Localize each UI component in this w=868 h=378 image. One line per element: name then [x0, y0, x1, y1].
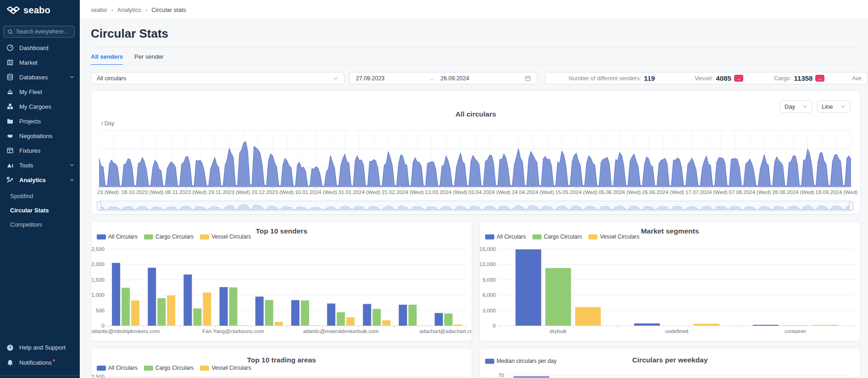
bar-cargo-circulars-8[interactable] — [409, 305, 417, 326]
date-end-value[interactable]: 26.09.2024 — [441, 75, 470, 82]
bar-all-circulars-0[interactable] — [515, 250, 541, 326]
help-icon: ? — [6, 344, 14, 351]
sidebar-item-label: Dashboard — [19, 44, 49, 51]
bar-vessel-circulars-8[interactable] — [418, 326, 426, 326]
stat-vessel-value: 4085 — [716, 74, 731, 82]
bar-vessel-circulars-9[interactable] — [454, 324, 462, 326]
x-axis-label: 26.06.2024 (Wed) — [642, 189, 684, 195]
circular-type-select[interactable]: All circulars — [91, 72, 344, 84]
bar-all-circulars-1[interactable] — [634, 323, 660, 326]
breadcrumb-separator-icon: › — [145, 6, 147, 13]
sidebar-item-negotiations[interactable]: Negotiations — [0, 128, 80, 143]
bar-vessel-circulars-7[interactable] — [382, 320, 391, 326]
sidebar-divider — [0, 375, 80, 376]
sidebar-item-help-and-support[interactable]: ?Help and Support — [0, 340, 80, 355]
sidebar-item-tools[interactable]: Tools — [0, 158, 80, 172]
bar-cargo-circulars-7[interactable] — [373, 309, 381, 326]
dashboard-icon — [6, 44, 14, 51]
x-axis-label: drybulk — [550, 328, 567, 334]
title-divider — [91, 47, 861, 48]
bar-cargo-circulars-9[interactable] — [444, 313, 453, 326]
datazoom-handle-right[interactable] — [849, 202, 853, 210]
chevron-down-icon — [70, 163, 74, 167]
sidebar-item-label: Tools — [19, 162, 33, 169]
x-axis-label: 10.01.2024 (Wed) — [295, 189, 337, 195]
bar-all-circulars-4[interactable] — [255, 297, 264, 326]
search-placeholder: Search everywhere... — [16, 28, 68, 35]
x-axis-label: 08.11.2023 (Wed) — [165, 189, 207, 195]
x-axis-label: 15.05.2024 (Wed) — [555, 189, 597, 195]
app-logo[interactable]: seabo — [6, 4, 50, 17]
breadcrumb-analytics[interactable]: Analytics — [117, 6, 141, 13]
stat-cargo-value: 11358 — [794, 74, 813, 82]
datazoom-handle-left[interactable] — [97, 202, 101, 210]
sidebar: seabo Search everywhere... DashboardMark… — [0, 0, 80, 378]
bar-median-circulars-0[interactable] — [514, 377, 549, 378]
bar-vessel-circulars-1[interactable] — [694, 324, 719, 326]
x-axis-label: Fan.Yang@clarksons.com — [203, 328, 264, 334]
bar-vessel-circulars-2[interactable] — [813, 325, 838, 326]
tab-all-senders[interactable]: All senders — [91, 53, 123, 65]
bell-icon — [6, 359, 14, 367]
sidebar-item-my-fleet[interactable]: My Fleet — [0, 84, 80, 99]
x-axis-label: 20.12.2023 (Wed) — [252, 189, 294, 195]
sidebar-item-label: Help and Support — [19, 344, 66, 351]
bar-vessel-circulars-3[interactable] — [239, 325, 247, 326]
x-axis-label: 23 (Wed) — [97, 189, 119, 195]
sidebar-subitem-circular-stats[interactable]: Circular Stats — [0, 203, 80, 217]
tab-per-sender[interactable]: Per sender — [134, 53, 164, 65]
date-range-picker[interactable]: 27.09.2023 → 26.09.2024 — [349, 72, 537, 84]
bar-vessel-circulars-5[interactable] — [310, 325, 319, 326]
bar-all-circulars-5[interactable] — [291, 300, 299, 326]
date-start-value[interactable]: 27.09.2023 — [356, 75, 385, 82]
bar-vessel-circulars-6[interactable] — [346, 317, 354, 326]
bar-all-circulars-2[interactable] — [184, 274, 192, 326]
bar-all-circulars-2[interactable] — [753, 325, 779, 326]
bar-vessel-circulars-2[interactable] — [203, 293, 211, 326]
bar-cargo-circulars-5[interactable] — [301, 300, 309, 326]
bar-all-circulars-9[interactable] — [435, 313, 443, 326]
sidebar-item-dashboard[interactable]: Dashboard — [0, 40, 80, 55]
top-trading-areas-chart-card: Top 10 trading areas All CircularsCargo … — [91, 348, 472, 378]
bar-cargo-circulars-1[interactable] — [157, 298, 166, 326]
bar-vessel-circulars-4[interactable] — [275, 322, 283, 326]
sidebar-item-fixtures[interactable]: Fixtures — [0, 143, 80, 158]
fixtures-icon — [6, 147, 14, 154]
sidebar-item-projects[interactable]: Projects — [0, 114, 80, 128]
breadcrumb-seabo[interactable]: seabo — [91, 6, 107, 13]
bar-all-circulars-6[interactable] — [327, 304, 335, 326]
bar-cargo-circulars-3[interactable] — [229, 288, 238, 326]
sidebar-subitem-spotifind[interactable]: Spotifind — [0, 189, 80, 203]
bar-all-circulars-7[interactable] — [363, 304, 371, 326]
sidebar-item-databases[interactable]: Databases — [0, 70, 80, 84]
bar-cargo-circulars-0[interactable] — [122, 288, 130, 326]
bar-cargo-circulars-6[interactable] — [337, 312, 345, 326]
bar-all-circulars-1[interactable] — [148, 268, 156, 326]
tab-bar: All senders Per sender — [91, 53, 164, 65]
sidebar-item-notifications[interactable]: Notifications — [0, 355, 80, 370]
datazoom-slider[interactable] — [97, 201, 853, 211]
bar-cargo-circulars-4[interactable] — [265, 300, 273, 326]
database-icon — [6, 73, 14, 81]
sidebar-search-input[interactable]: Search everywhere... — [3, 26, 75, 38]
bar-cargo-circulars-0[interactable] — [545, 268, 571, 326]
cargo-link-arrow-icon[interactable]: → — [815, 75, 824, 82]
sidebar-item-my-cargoes[interactable]: My Cargoes — [0, 99, 80, 114]
y-axis-label: 3,000 — [482, 308, 496, 313]
sidebar-item-analytics[interactable]: Analytics — [0, 172, 80, 187]
bar-all-circulars-8[interactable] — [399, 305, 407, 326]
sidebar-item-market[interactable]: Market — [0, 55, 80, 70]
bar-vessel-circulars-0[interactable] — [131, 300, 139, 326]
circulars-per-weekday-chart-card: Circulars per weekday Median circulars p… — [479, 348, 861, 378]
bar-all-circulars-0[interactable] — [112, 263, 120, 326]
x-axis-label: 31.01.2024 (Wed) — [338, 189, 381, 195]
bar-cargo-circulars-2[interactable] — [783, 325, 808, 326]
x-axis-label: 21.02.2024 (Wed) — [381, 189, 424, 195]
bar-all-circulars-3[interactable] — [220, 287, 228, 326]
sidebar-subitem-competitors[interactable]: Competitors — [0, 217, 80, 232]
bar-vessel-circulars-0[interactable] — [575, 307, 601, 326]
bar-vessel-circulars-1[interactable] — [167, 295, 175, 326]
vessel-link-arrow-icon[interactable]: → — [734, 75, 743, 82]
sidebar-menu: DashboardMarketDatabasesMy FleetMy Cargo… — [0, 40, 80, 232]
bar-cargo-circulars-2[interactable] — [194, 308, 202, 326]
